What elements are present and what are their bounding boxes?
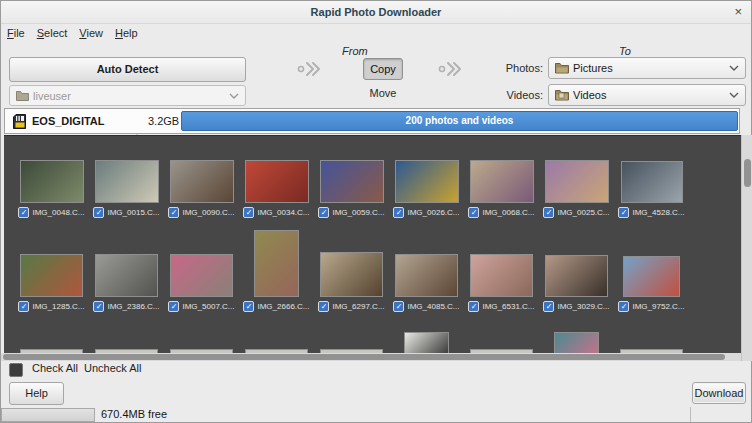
menu-file[interactable]: File: [1, 25, 31, 41]
thumbnail-filename: IMG_4085.C...: [407, 302, 459, 311]
thumbnail-caption: ✓IMG_3029.C...: [543, 300, 609, 312]
photo-thumbnail-partial[interactable]: [404, 332, 449, 353]
thumbnail-cell: ✓IMG_6531.C...: [464, 230, 539, 312]
device-name: EOS_DIGITAL: [32, 115, 105, 127]
check-all-button[interactable]: Check All: [32, 362, 78, 374]
photo-thumbnail[interactable]: [545, 160, 609, 203]
menu-view[interactable]: View: [73, 25, 109, 41]
thumbnail-checkbox[interactable]: ✓: [168, 301, 179, 312]
help-button[interactable]: Help: [9, 382, 64, 405]
horizontal-scrollbar-thumb[interactable]: [3, 354, 725, 360]
close-icon[interactable]: ×: [734, 1, 742, 22]
thumbnail-cell: [89, 332, 164, 353]
vertical-scrollbar-thumb[interactable]: [744, 159, 751, 187]
thumbnail-caption: ✓IMG_0048.C...: [18, 206, 84, 218]
uncheck-all-button[interactable]: Uncheck All: [84, 362, 141, 374]
thumbnail-filename: IMG_0026.C...: [407, 208, 459, 217]
photo-thumbnail[interactable]: [621, 161, 683, 203]
thumbnail-cell: ✓IMG_0048.C...: [14, 142, 89, 218]
thumbnail-checkbox[interactable]: ✓: [468, 301, 479, 312]
thumbnail-checkbox[interactable]: ✓: [393, 301, 404, 312]
thumbnail-filename: IMG_2386.C...: [107, 302, 159, 311]
thumbnail-cell: ✓IMG_2386.C...: [89, 230, 164, 312]
thumbnail-caption: ✓IMG_4085.C...: [393, 300, 459, 312]
videos-destination-label: Videos:: [505, 89, 543, 101]
thumbnail-checkbox[interactable]: ✓: [318, 301, 329, 312]
thumbnail-checkbox[interactable]: ✓: [618, 301, 629, 312]
thumbnail-cell: ✓IMG_5007.C...: [164, 230, 239, 312]
photo-thumbnail[interactable]: [470, 254, 533, 297]
horizontal-scrollbar[interactable]: [1, 353, 741, 361]
transfer-arrow-icon: [297, 60, 323, 78]
move-toggle-label[interactable]: Move: [363, 87, 403, 99]
photo-thumbnail[interactable]: [470, 160, 534, 203]
photo-thumbnail[interactable]: [20, 254, 83, 297]
videos-destination-value: Videos: [573, 89, 606, 101]
photo-thumbnail[interactable]: [254, 230, 299, 297]
photo-thumbnail[interactable]: [545, 255, 608, 297]
thumbnail-filename: IMG_9752.C...: [632, 302, 684, 311]
source-path-value: liveuser: [33, 90, 71, 102]
thumbnail-checkbox[interactable]: ✓: [393, 207, 404, 218]
menu-select[interactable]: Select: [31, 25, 74, 41]
thumbnail-cell: ✓IMG_0026.C...: [389, 142, 464, 218]
photo-thumbnail[interactable]: [20, 160, 84, 203]
thumbnail-checkbox[interactable]: ✓: [618, 207, 629, 218]
thumbnail-checkbox[interactable]: ✓: [18, 207, 29, 218]
download-progressbar: [1, 408, 95, 422]
thumbnail-checkbox[interactable]: ✓: [243, 207, 254, 218]
photo-thumbnail[interactable]: [170, 160, 234, 203]
photo-thumbnail[interactable]: [170, 254, 233, 297]
thumbnail-checkbox[interactable]: ✓: [243, 301, 254, 312]
download-button[interactable]: Download: [692, 382, 746, 404]
thumbnail-checkbox[interactable]: ✓: [543, 207, 554, 218]
photo-thumbnail[interactable]: [320, 160, 384, 203]
copy-toggle-button[interactable]: Copy: [363, 58, 403, 80]
device-row[interactable]: EOS_DIGITAL 3.2GB 200 photos and videos: [4, 108, 740, 134]
thumbnail-row: ✓IMG_1285.C...✓IMG_2386.C...✓IMG_5007.C.…: [14, 230, 704, 312]
thumbnail-caption: ✓IMG_0090.C...: [168, 206, 234, 218]
thumbnail-checkbox[interactable]: ✓: [18, 301, 29, 312]
photo-thumbnail[interactable]: [245, 160, 309, 203]
photos-destination-combobox[interactable]: Pictures: [548, 57, 746, 79]
thumbnail-caption: ✓IMG_0059.C...: [318, 206, 384, 218]
thumbnail-caption: ✓IMG_4528.C...: [618, 206, 684, 218]
thumbnail-filename: IMG_2666.C...: [257, 302, 309, 311]
source-path-combobox[interactable]: liveuser: [9, 85, 246, 106]
thumbnail-checkbox[interactable]: ✓: [168, 207, 179, 218]
videos-folder-icon: [555, 89, 569, 101]
thumbnail-filename: IMG_4528.C...: [632, 208, 684, 217]
window-title: Rapid Photo Downloader: [1, 1, 751, 23]
vertical-scrollbar[interactable]: [741, 135, 752, 361]
thumbnail-checkbox[interactable]: ✓: [93, 301, 104, 312]
thumbnail-filename: IMG_0059.C...: [332, 208, 384, 217]
thumbnail-cell: [14, 332, 89, 353]
thumbnail-filename: IMG_6531.C...: [482, 302, 534, 311]
thumbnail-filename: IMG_0015.C...: [107, 208, 159, 217]
thumbnail-checkbox[interactable]: ✓: [318, 207, 329, 218]
thumbnail-filename: IMG_5007.C...: [182, 302, 234, 311]
thumbnail-cell: ✓IMG_4528.C...: [614, 142, 689, 218]
thumbnail-caption: ✓IMG_2666.C...: [243, 300, 309, 312]
photo-thumbnail[interactable]: [623, 256, 680, 297]
photo-thumbnail[interactable]: [395, 254, 458, 297]
eject-icon[interactable]: [132, 117, 142, 135]
menu-help[interactable]: Help: [109, 25, 144, 41]
photo-thumbnail-partial[interactable]: [554, 332, 599, 353]
auto-detect-button[interactable]: Auto Detect: [9, 57, 246, 82]
thumbnail-checkbox[interactable]: ✓: [543, 301, 554, 312]
thumbnail-caption: ✓IMG_0034.C...: [243, 206, 309, 218]
thumbnail-checkbox[interactable]: ✓: [468, 207, 479, 218]
thumbnail-caption: ✓IMG_0026.C...: [393, 206, 459, 218]
chevron-down-icon: [729, 65, 739, 71]
photo-thumbnail[interactable]: [95, 160, 159, 203]
thumbnail-cell: ✓IMG_1285.C...: [14, 230, 89, 312]
photo-thumbnail[interactable]: [95, 254, 158, 297]
videos-destination-combobox[interactable]: Videos: [548, 84, 746, 106]
thumbnail-checkbox[interactable]: ✓: [93, 207, 104, 218]
photo-thumbnail[interactable]: [320, 252, 383, 297]
photo-thumbnail[interactable]: [395, 160, 459, 203]
select-all-checkbox[interactable]: [9, 363, 23, 377]
thumbnail-filename: IMG_6297.C...: [332, 302, 384, 311]
thumbnail-caption: ✓IMG_6297.C...: [318, 300, 384, 312]
